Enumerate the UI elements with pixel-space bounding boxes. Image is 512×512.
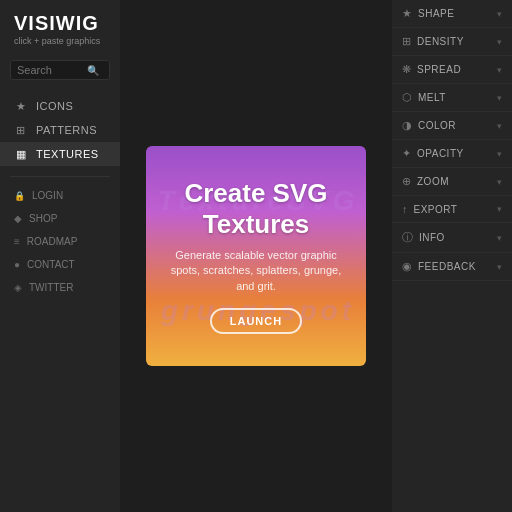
color-label: COLOR [418, 120, 456, 131]
shop-icon [14, 213, 22, 224]
main-area: Texture SVGgrun gespot Create SVG Textur… [120, 0, 392, 512]
chevron-down-icon: ▾ [497, 9, 502, 19]
nav-item-shop-label: SHOP [29, 213, 57, 224]
feedback-icon [402, 260, 412, 273]
icons-icon [14, 99, 28, 113]
search-icon: 🔍 [87, 65, 99, 76]
search-input[interactable] [17, 64, 87, 76]
textures-icon [14, 147, 28, 161]
right-item-info[interactable]: INFO ▾ [392, 223, 512, 253]
export-icon [402, 203, 408, 215]
logo-section: VISIWIG click + paste graphics [0, 0, 120, 52]
sidebar-categories: ICONS PATTERNS TEXTURES [0, 88, 120, 172]
twitter-icon [14, 282, 22, 293]
chevron-down-icon: ▾ [497, 65, 502, 75]
info-label: INFO [419, 232, 445, 243]
nav-item-twitter[interactable]: TWITTER [0, 277, 120, 298]
nav-item-login[interactable]: LOGIN [0, 185, 120, 206]
chevron-down-icon: ▾ [497, 262, 502, 272]
nav-item-roadmap-label: ROADMAP [27, 236, 78, 247]
lock-icon [14, 190, 25, 201]
promo-title: Create SVG Textures [166, 178, 346, 240]
shape-label: SHAPE [418, 8, 454, 19]
sidebar-item-icons[interactable]: ICONS [0, 94, 120, 118]
chevron-down-icon: ▾ [497, 93, 502, 103]
spread-label: SPREAD [417, 64, 461, 75]
right-sidebar: SHAPE ▾ DENSITY ▾ SPREAD ▾ MELT ▾ COLOR … [392, 0, 512, 512]
sidebar-item-textures-label: TEXTURES [36, 148, 99, 160]
sidebar-nav: LOGIN SHOP ROADMAP CONTACT TWITTER [0, 181, 120, 302]
patterns-icon [14, 123, 28, 137]
right-item-color[interactable]: COLOR ▾ [392, 112, 512, 140]
chevron-down-icon: ▾ [497, 37, 502, 47]
nav-item-roadmap[interactable]: ROADMAP [0, 231, 120, 252]
chevron-down-icon: ▾ [497, 149, 502, 159]
right-item-spread[interactable]: SPREAD ▾ [392, 56, 512, 84]
app-subtitle: click + paste graphics [14, 36, 106, 46]
melt-icon [402, 91, 412, 104]
chevron-down-icon: ▾ [497, 177, 502, 187]
search-box[interactable]: 🔍 [10, 60, 110, 80]
feedback-label: FEEDBACK [418, 261, 476, 272]
right-item-export[interactable]: EXPORT ▾ [392, 196, 512, 223]
promo-content: Create SVG Textures Generate scalable ve… [166, 178, 346, 335]
sidebar-divider [10, 176, 110, 177]
right-item-opacity[interactable]: OPACITY ▾ [392, 140, 512, 168]
chevron-down-icon: ▾ [497, 204, 502, 214]
export-label: EXPORT [414, 204, 458, 215]
zoom-label: ZOOM [417, 176, 449, 187]
grid-icon [402, 35, 411, 48]
nav-item-shop[interactable]: SHOP [0, 208, 120, 229]
promo-card: Texture SVGgrun gespot Create SVG Textur… [146, 146, 366, 366]
promo-description: Generate scalable vector graphic spots, … [166, 248, 346, 294]
opacity-label: OPACITY [417, 148, 464, 159]
star-icon [402, 7, 412, 20]
chevron-down-icon: ▾ [497, 121, 502, 131]
right-item-density[interactable]: DENSITY ▾ [392, 28, 512, 56]
contact-icon [14, 259, 20, 270]
spread-icon [402, 63, 411, 76]
nav-item-contact[interactable]: CONTACT [0, 254, 120, 275]
right-item-feedback[interactable]: FEEDBACK ▾ [392, 253, 512, 281]
right-item-melt[interactable]: MELT ▾ [392, 84, 512, 112]
sidebar-item-textures[interactable]: TEXTURES [0, 142, 120, 166]
nav-item-login-label: LOGIN [32, 190, 63, 201]
opacity-icon [402, 147, 411, 160]
sidebar-item-icons-label: ICONS [36, 100, 73, 112]
nav-item-twitter-label: TWITTER [29, 282, 73, 293]
zoom-icon [402, 175, 411, 188]
sidebar-item-patterns-label: PATTERNS [36, 124, 97, 136]
density-label: DENSITY [417, 36, 464, 47]
launch-button[interactable]: LAUNCH [210, 308, 302, 334]
app-title: VISIWIG [14, 12, 106, 35]
right-item-zoom[interactable]: ZOOM ▾ [392, 168, 512, 196]
palette-icon [402, 119, 412, 132]
melt-label: MELT [418, 92, 446, 103]
road-icon [14, 236, 20, 247]
left-sidebar: VISIWIG click + paste graphics 🔍 ICONS P… [0, 0, 120, 512]
nav-item-contact-label: CONTACT [27, 259, 75, 270]
info-icon [402, 230, 413, 245]
sidebar-item-patterns[interactable]: PATTERNS [0, 118, 120, 142]
chevron-down-icon: ▾ [497, 233, 502, 243]
right-item-shape[interactable]: SHAPE ▾ [392, 0, 512, 28]
